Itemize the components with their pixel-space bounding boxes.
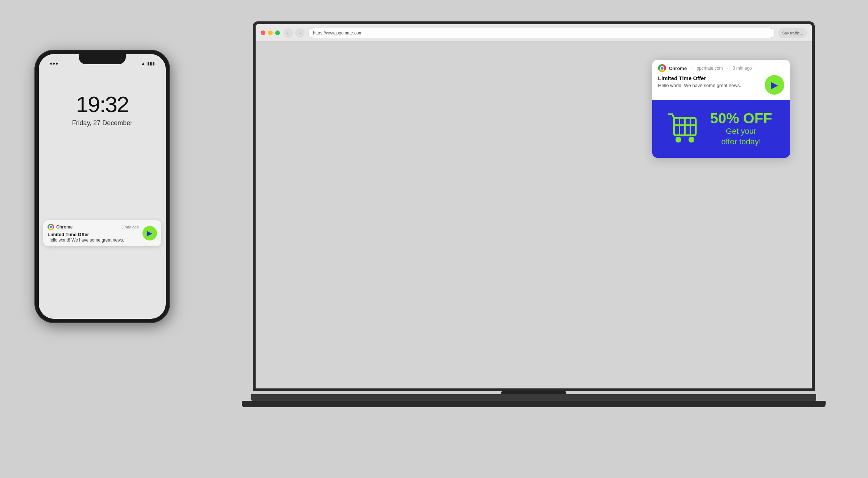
phone-date: Friday, 27 December	[72, 119, 133, 127]
svg-point-5	[675, 137, 681, 143]
desktop-notif-app: Chrome · ppcmate.com · 3 min ago	[658, 64, 752, 72]
laptop-content: Chrome · ppcmate.com · 3 min ago Limited…	[256, 42, 812, 388]
phone-time: 19:32	[76, 91, 128, 117]
phone-notif-title: Limited Time Offer	[47, 232, 139, 237]
cart-icon	[663, 109, 703, 149]
desktop-notif-message: Hello world! We have some great news.	[658, 83, 760, 88]
banner-text: 50% OFF Get youroffer today!	[703, 110, 779, 147]
phone-notif-app: Chrome	[47, 224, 73, 230]
laptop-base-bottom	[242, 401, 826, 407]
phone-device: ●●● ▲ ▮▮▮ 19:32 Friday, 27 December Chro…	[35, 50, 169, 322]
maximize-button[interactable]	[275, 30, 280, 35]
cursor-icon: ▶	[147, 230, 152, 236]
phone-signal: ●●●	[50, 61, 58, 66]
phone-notification[interactable]: Chrome 3 min ago Limited Time Offer Hell…	[43, 220, 161, 246]
laptop-base	[235, 391, 833, 420]
laptop-base-top	[251, 394, 816, 401]
banner-subtext: Get youroffer today!	[703, 126, 779, 147]
phone-notif-time: 3 min ago	[121, 225, 139, 229]
desktop-notif-body: Limited Time Offer Hello world! We have …	[652, 75, 790, 100]
forward-button[interactable]: →	[295, 28, 305, 38]
phone-status-right: ▲ ▮▮▮	[141, 61, 155, 66]
desktop-notif-text: Limited Time Offer Hello world! We have …	[658, 75, 760, 88]
laptop-vent	[501, 391, 566, 394]
banner-discount: 50% OFF	[703, 110, 779, 126]
chrome-icon-desktop	[658, 64, 666, 72]
desktop-notif-banner: 50% OFF Get youroffer today!	[652, 100, 790, 158]
back-button[interactable]: ←	[284, 28, 293, 38]
address-bar[interactable]: https://www.ppcmate.com	[308, 28, 775, 38]
desktop-notif-title: Limited Time Offer	[658, 75, 760, 81]
desktop-notif-source: ppcmate.com	[697, 66, 723, 71]
phone-notif-header: Chrome 3 min ago	[47, 224, 139, 230]
separator: ·	[691, 66, 692, 71]
scene: ●●● ▲ ▮▮▮ 19:32 Friday, 27 December Chro…	[35, 21, 833, 457]
nav-buttons: ← →	[284, 28, 305, 38]
laptop-device: ← → https://www.ppcmate.com Say traffic.…	[235, 21, 833, 420]
wifi-icon: ▲	[141, 61, 145, 66]
phone-notch	[79, 54, 126, 64]
notification-cta-icon[interactable]: ▶	[142, 226, 157, 240]
search-button[interactable]: Say traffic...	[778, 28, 807, 38]
traffic-lights	[261, 30, 280, 35]
chrome-icon	[47, 224, 54, 230]
desktop-notif-header: Chrome · ppcmate.com · 3 min ago	[652, 60, 790, 75]
desktop-notification[interactable]: Chrome · ppcmate.com · 3 min ago Limited…	[652, 60, 790, 158]
battery-icon: ▮▮▮	[147, 61, 155, 66]
phone-notif-content: Chrome 3 min ago Limited Time Offer Hell…	[47, 224, 139, 243]
desktop-notif-time: 3 min ago	[733, 66, 752, 71]
desktop-notif-app-name: Chrome	[669, 66, 687, 71]
phone-notif-body: Hello world! We have some great news.	[47, 238, 139, 243]
url-text: https://www.ppcmate.com	[313, 30, 363, 36]
phone-screen: ●●● ▲ ▮▮▮ 19:32 Friday, 27 December Chro…	[39, 54, 166, 319]
desktop-notif-cta-button[interactable]: ▶	[765, 75, 784, 95]
browser-toolbar: ← → https://www.ppcmate.com Say traffic.…	[256, 24, 812, 42]
minimize-button[interactable]	[268, 30, 273, 35]
svg-point-6	[689, 137, 694, 143]
close-button[interactable]	[261, 30, 265, 35]
phone-notif-app-name: Chrome	[56, 224, 73, 230]
separator2: ·	[727, 66, 728, 71]
cursor-icon-desktop: ▶	[771, 80, 778, 90]
laptop-screen: ← → https://www.ppcmate.com Say traffic.…	[253, 21, 815, 391]
